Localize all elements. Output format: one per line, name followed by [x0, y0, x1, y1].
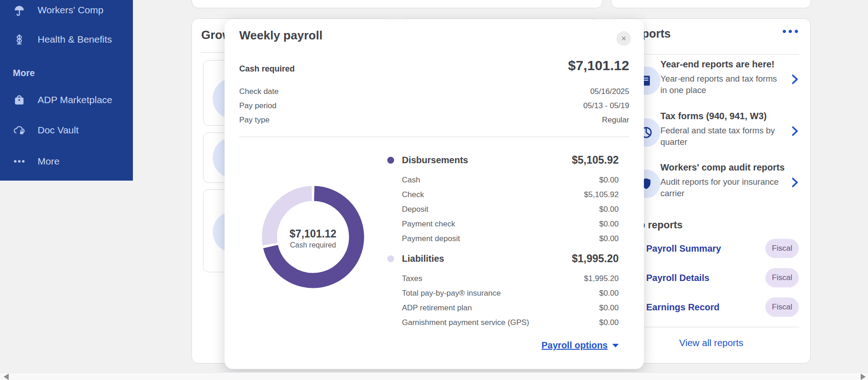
donut-center-value: $7,101.12 [262, 228, 364, 240]
promo-title: Workers' comp audit reports [660, 162, 785, 173]
amount-row: Payment check $0.00 [387, 217, 619, 231]
scroll-right-arrow-icon[interactable] [861, 374, 866, 380]
umbrella-icon [13, 4, 26, 17]
section-rows: Cash $0.00 Check $5,105.92 Deposit $0.00… [387, 173, 619, 246]
section-rows: Taxes $1,995.20 Total pay-by-pay® insura… [387, 271, 619, 330]
sidebar-item-label: ADP Marketplace [38, 94, 112, 105]
amount-row: Total pay-by-pay® insurance $0.00 [387, 286, 619, 301]
row-value: $0.00 [599, 220, 619, 229]
cash-required-value: $7,101.12 [568, 58, 629, 73]
row-value: $0.00 [599, 234, 619, 243]
section-name: Liabilities [402, 253, 444, 264]
amount-row: Check $5,105.92 [387, 187, 619, 202]
modal-title: Weekly payroll [239, 28, 323, 43]
promo-desc: Year-end reports and tax forms in one pl… [660, 73, 780, 96]
row-value: $0.00 [599, 318, 619, 327]
amount-row: ADP retirement plan $0.00 [387, 301, 619, 315]
amount-row: Garnishment payment service (GPS) $0.00 [387, 315, 619, 330]
sidebar-section-header: More [13, 68, 35, 78]
detail-value: 05/13 - 05/19 [583, 101, 629, 110]
scroll-left-arrow-icon[interactable] [4, 374, 9, 380]
sidebar-item-label: Health & Benefits [38, 34, 112, 45]
row-label: Payment deposit [402, 234, 460, 243]
detail-value: Regular [602, 116, 629, 125]
fiscal-badge: Fiscal [765, 297, 799, 317]
fiscal-badge: Fiscal [765, 268, 799, 287]
detail-label: Check date [239, 87, 279, 96]
cloud-lock-icon [13, 124, 26, 137]
section-total: $1,995.20 [572, 253, 619, 265]
shopping-bag-icon [13, 94, 26, 106]
divider [624, 54, 799, 55]
row-label: Deposit [402, 205, 429, 214]
row-label: Taxes [402, 274, 422, 283]
section-header: Disbursements $5,105.92 [387, 150, 619, 170]
sidebar: Workers' Comp Health & Benefits More ADP… [0, 0, 133, 181]
divider [624, 327, 799, 327]
amount-row: Payment deposit $0.00 [387, 231, 619, 246]
report-link-earnings-record[interactable]: Earnings Record [646, 297, 720, 317]
sidebar-item-label: Doc Vault [38, 125, 79, 136]
fiscal-badge: Fiscal [765, 239, 799, 258]
section-name: Disbursements [402, 155, 468, 165]
detail-row: Check date 05/16/2025 [239, 84, 629, 99]
row-label: Check [402, 190, 424, 199]
cash-required-donut-chart: $7,101.12 Cash required [262, 186, 364, 288]
promo-title: Tax forms (940, 941, W3) [660, 111, 767, 121]
report-link-payroll-details[interactable]: Payroll Details [646, 268, 709, 287]
donut-center-label: Cash required [262, 241, 364, 249]
promo-title: Year-end reports are here! [660, 59, 775, 70]
card-top-left-cutoff [192, 0, 603, 8]
row-label: Cash [402, 176, 420, 185]
divider [239, 137, 629, 137]
liabilities-section: Liabilities $1,995.20 Taxes $1,995.20 To… [387, 248, 619, 330]
chevron-right-icon[interactable] [791, 74, 799, 85]
row-label: Total pay-by-pay® insurance [402, 289, 501, 298]
close-icon[interactable]: × [616, 31, 631, 46]
sidebar-item-more[interactable]: More [13, 152, 60, 171]
sidebar-item-label: More [38, 156, 60, 167]
report-link-payroll-summary[interactable]: Payroll Summary [646, 239, 721, 258]
liabilities-bullet-icon [387, 255, 394, 262]
row-value: $0.00 [599, 303, 619, 313]
row-value: $1,995.20 [584, 274, 619, 283]
row-label: Payment check [402, 220, 455, 229]
app-window: Workers' Comp Health & Benefits More ADP… [0, 0, 868, 380]
row-value: $0.00 [599, 176, 619, 185]
amount-row: Deposit $0.00 [387, 202, 619, 217]
detail-label: Pay period [239, 101, 276, 110]
cash-required-label: Cash required [239, 64, 295, 74]
detail-row: Pay type Regular [239, 113, 629, 127]
payroll-options-dropdown[interactable]: Payroll options [542, 340, 619, 351]
card-top-right-cutoff [611, 0, 811, 8]
promo-desc: Audit reports for your insurance carrier [660, 176, 780, 199]
amount-row: Taxes $1,995.20 [387, 271, 619, 286]
horizontal-scrollbar[interactable] [0, 372, 868, 380]
detail-value: 05/16/2025 [590, 87, 629, 96]
sidebar-item-workers-comp[interactable]: Workers' Comp [13, 1, 104, 19]
sidebar-item-doc-vault[interactable]: Doc Vault [13, 121, 79, 139]
detail-row: Pay period 05/13 - 05/19 [239, 99, 629, 113]
row-label: ADP retirement plan [402, 303, 472, 313]
row-value: $0.00 [599, 205, 619, 214]
ellipsis-icon [13, 155, 26, 168]
caduceus-icon [13, 33, 26, 46]
sidebar-item-health-benefits[interactable]: Health & Benefits [13, 30, 112, 49]
row-value: $0.00 [599, 289, 619, 298]
row-value: $5,105.92 [584, 190, 619, 199]
payroll-options-label: Payroll options [542, 340, 608, 351]
ellipsis-menu-icon[interactable]: ••• [782, 25, 800, 37]
detail-label: Pay type [239, 116, 269, 125]
sidebar-item-adp-marketplace[interactable]: ADP Marketplace [13, 91, 112, 109]
chevron-right-icon[interactable] [791, 177, 799, 188]
section-header: Liabilities $1,995.20 [387, 248, 619, 269]
amount-row: Cash $0.00 [387, 173, 619, 187]
caret-down-icon [612, 344, 619, 347]
weekly-payroll-modal: Weekly payroll × Cash required $7,101.12… [225, 19, 644, 369]
disbursements-section: Disbursements $5,105.92 Cash $0.00 Check… [387, 150, 619, 246]
row-label: Garnishment payment service (GPS) [402, 318, 529, 327]
payroll-detail-rows: Check date 05/16/2025 Pay period 05/13 -… [239, 84, 629, 127]
disbursements-bullet-icon [387, 157, 394, 164]
section-total: $5,105.92 [572, 154, 619, 166]
chevron-right-icon[interactable] [791, 126, 799, 137]
